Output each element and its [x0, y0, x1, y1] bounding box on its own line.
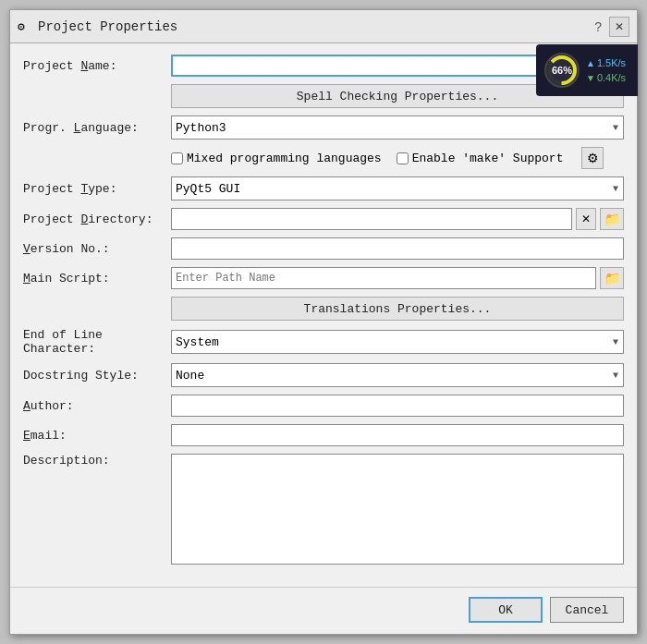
title-bar-left: ⚙ Project Properties	[18, 19, 177, 34]
download-arrow-icon: ▼	[586, 73, 595, 83]
upload-speed-value: 1.5K/s	[597, 57, 626, 68]
dialog-title: Project Properties	[38, 19, 177, 34]
main-script-controls: 📁	[171, 267, 624, 289]
translations-row: Translations Properties...	[171, 297, 624, 321]
upload-speed: ▲ 1.5K/s	[586, 57, 626, 68]
dialog-icon: ⚙	[18, 19, 32, 34]
docstring-label: Docstring Style:	[23, 369, 171, 383]
gauge-circle: 66%	[542, 50, 582, 91]
ok-button[interactable]: OK	[469, 597, 543, 623]
settings-gear-button[interactable]: ⚙	[581, 147, 604, 169]
enable-make-checkbox[interactable]	[397, 152, 409, 164]
progr-language-row: Progr. Language: Python3 Python2 C++ Jav…	[23, 115, 624, 140]
main-script-browse-button[interactable]: 📁	[600, 267, 624, 289]
project-type-row: Project Type: PyQt5 GUI PyQt5 Console Dj…	[23, 176, 624, 200]
main-script-row: Main Script: 📁	[23, 267, 624, 289]
project-name-label: Project Name:	[23, 59, 171, 73]
download-speed: ▼ 0.4K/s	[586, 72, 626, 83]
docstring-select-wrapper: None Epytext Sphinx Google NumPy ▼	[171, 363, 624, 387]
speed-values: ▲ 1.5K/s ▼ 0.4K/s	[586, 57, 626, 83]
email-input[interactable]	[171, 424, 624, 446]
directory-browse-button[interactable]: 📁	[600, 208, 624, 230]
progr-language-label: Progr. Language:	[23, 121, 171, 135]
email-label: Email:	[23, 429, 171, 443]
eol-select[interactable]: System Windows Unix Mac	[171, 330, 624, 354]
project-type-select-wrapper: PyQt5 GUI PyQt5 Console Django Flask ▼	[171, 176, 624, 200]
project-type-label: Project Type:	[23, 182, 171, 196]
eol-label: End of Line Character:	[23, 328, 171, 356]
project-name-row: Project Name:	[23, 55, 624, 77]
speed-overlay: 66% ▲ 1.5K/s ▼ 0.4K/s	[536, 44, 638, 96]
enable-make-checkbox-label[interactable]: Enable 'make' Support	[397, 152, 564, 165]
eol-select-wrapper: System Windows Unix Mac ▼	[171, 330, 624, 354]
mixed-programming-checkbox-label[interactable]: Mixed programming languages	[171, 152, 382, 165]
project-directory-input[interactable]: G:\zln-ui-detect\zln-ui-det-12-28	[171, 208, 572, 230]
progr-language-select[interactable]: Python3 Python2 C++ JavaScript	[171, 115, 624, 140]
main-script-input[interactable]	[171, 267, 596, 289]
main-script-label: Main Script:	[23, 272, 171, 286]
mixed-programming-label: Mixed programming languages	[187, 152, 382, 165]
title-bar-right: ? ✕	[591, 17, 629, 37]
description-row: Description:	[23, 454, 624, 565]
project-properties-dialog: ⚙ Project Properties ? ✕ Project Name: S…	[9, 9, 638, 635]
author-input[interactable]	[171, 395, 624, 417]
gauge-percentage: 66%	[552, 65, 572, 76]
upload-arrow-icon: ▲	[586, 58, 595, 68]
enable-make-label: Enable 'make' Support	[412, 152, 564, 165]
close-button[interactable]: ✕	[609, 17, 629, 37]
translations-button[interactable]: Translations Properties...	[171, 297, 624, 321]
download-speed-value: 0.4K/s	[597, 72, 626, 83]
checkboxes-row: Mixed programming languages Enable 'make…	[171, 147, 624, 169]
project-directory-row: Project Directory: G:\zln-ui-detect\zln-…	[23, 208, 624, 230]
author-label: Author:	[23, 399, 171, 413]
description-textarea[interactable]	[171, 454, 624, 565]
project-directory-label: Project Directory:	[23, 213, 171, 226]
docstring-row: Docstring Style: None Epytext Sphinx Goo…	[23, 363, 624, 387]
author-row: Author:	[23, 395, 624, 417]
eol-row: End of Line Character: System Windows Un…	[23, 328, 624, 356]
progr-language-select-wrapper: Python3 Python2 C++ JavaScript ▼	[171, 115, 624, 140]
help-button[interactable]: ?	[591, 19, 605, 34]
project-directory-controls: G:\zln-ui-detect\zln-ui-det-12-28 ✕ 📁	[171, 208, 624, 230]
version-no-input[interactable]: 0.1	[171, 237, 624, 260]
description-label: Description:	[23, 454, 171, 468]
dialog-content: Project Name: Spell Checking Properties.…	[10, 43, 637, 583]
cancel-button[interactable]: Cancel	[550, 597, 624, 623]
project-type-select[interactable]: PyQt5 GUI PyQt5 Console Django Flask	[171, 176, 624, 200]
email-row: Email:	[23, 424, 624, 446]
dialog-footer: OK Cancel	[10, 587, 637, 634]
title-bar: ⚙ Project Properties ? ✕	[10, 10, 637, 43]
docstring-select[interactable]: None Epytext Sphinx Google NumPy	[171, 363, 624, 387]
mixed-programming-checkbox[interactable]	[171, 152, 183, 164]
version-no-label: Version No.:	[23, 242, 171, 256]
directory-clear-button[interactable]: ✕	[576, 208, 596, 230]
version-no-row: Version No.: 0.1	[23, 237, 624, 260]
